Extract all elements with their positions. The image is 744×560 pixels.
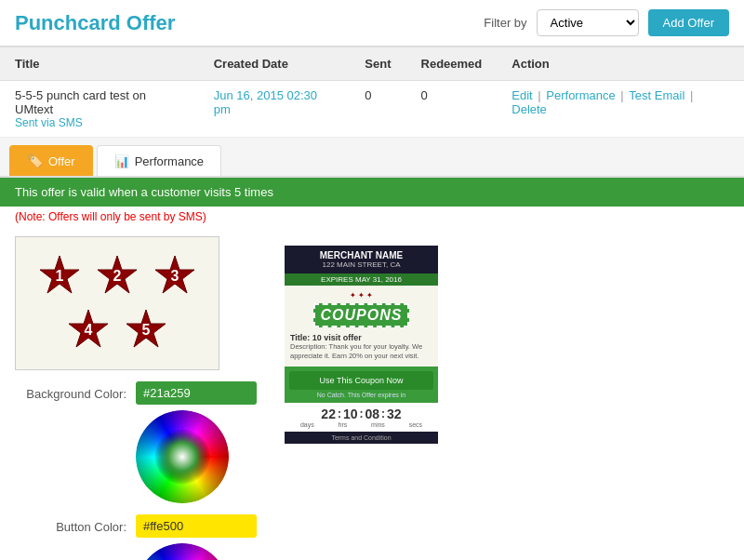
offer-date: Jun 16, 2015 02:30 pm — [214, 88, 317, 116]
stars-display: 1 2 3 — [15, 236, 219, 370]
star-1: 1 — [35, 252, 84, 300]
timer-hrs: 10 — [343, 407, 358, 421]
star-3: 3 — [151, 252, 199, 300]
page-header: Punchcard Offer Filter by Active Inactiv… — [0, 0, 744, 47]
timer-sep-1: : — [338, 407, 341, 420]
timer-secs: 32 — [387, 407, 402, 421]
test-email-link[interactable]: Test Email — [629, 88, 684, 102]
coupon-timer-area: 22 : 10 : 08 : 32 days hrs mins secs — [285, 403, 438, 432]
bg-color-row: Background Color: — [15, 381, 257, 503]
star-5: 5 — [122, 306, 170, 354]
action-sep-1: | — [538, 88, 544, 102]
svg-marker-0 — [40, 256, 79, 293]
bg-color-wheel[interactable] — [136, 410, 229, 503]
svg-marker-3 — [69, 310, 108, 347]
bg-color-label: Background Color: — [15, 381, 126, 401]
filter-select[interactable]: Active Inactive All — [537, 9, 639, 36]
header-controls: Filter by Active Inactive All Add Offer — [484, 9, 729, 36]
left-panel: 1 2 3 — [15, 236, 257, 560]
coupon-merchant-address: 122 MAIN STREET, CA — [292, 260, 431, 269]
filter-label: Filter by — [484, 16, 526, 30]
tab-offer[interactable]: 🏷️ Offer — [9, 145, 93, 176]
coupon-timer: 22 : 10 : 08 : 32 — [288, 407, 434, 421]
delete-link[interactable]: Delete — [512, 102, 547, 116]
btn-color-label: Button Color: — [15, 514, 126, 534]
tabs-container: 🏷️ Offer 📊 Performance — [0, 138, 744, 178]
svg-marker-2 — [155, 256, 194, 293]
timer-mins: 08 — [365, 407, 380, 421]
col-action: Action — [497, 47, 744, 81]
stars-row-1: 1 2 3 — [34, 252, 200, 300]
svg-marker-4 — [126, 310, 166, 347]
coupon-expires-label: EXPIRES MAY 31, 2016 — [321, 275, 402, 284]
coupon-no-catch: No Catch. This Offer expires in — [289, 392, 433, 398]
coupon-coupons-text: COUPONS — [313, 303, 410, 327]
bg-color-input[interactable] — [136, 381, 257, 405]
bg-color-controls — [136, 381, 257, 503]
offer-title: 5-5-5 punch card test on UMtext — [15, 88, 184, 116]
timer-sep-3: : — [381, 407, 385, 420]
offers-table-container: Title Created Date Sent Redeemed Action … — [0, 47, 744, 138]
coupon-description: Description: Thank you for your loyalty.… — [290, 342, 432, 361]
coupon-ornament: ✦ ✦ ✦ — [290, 291, 432, 300]
col-title: Title — [0, 47, 199, 81]
btn-color-input[interactable] — [136, 514, 257, 538]
sms-note: (Note: Offers will only be sent by SMS) — [0, 207, 744, 227]
btn-color-wheel[interactable] — [136, 543, 229, 560]
col-redeemed: Redeemed — [406, 47, 498, 81]
timer-labels: days hrs mins secs — [288, 421, 434, 428]
offer-tab-icon: 🏷️ — [27, 153, 43, 168]
coupon-merchant-name: MERCHANT NAME — [292, 250, 431, 260]
action-sep-3: | — [690, 88, 693, 102]
btn-color-controls — [136, 514, 257, 560]
performance-link[interactable]: Performance — [546, 88, 615, 102]
offer-title-cell: 5-5-5 punch card test on UMtext Sent via… — [0, 81, 199, 138]
offer-sent-cell: 0 — [350, 81, 405, 138]
coupon-white-area: ✦ ✦ ✦ COUPONS Title: 10 visit offer Desc… — [285, 286, 438, 367]
col-sent: Sent — [350, 47, 405, 81]
btn-color-row: Button Color: — [15, 514, 257, 560]
page-title: Punchcard Offer — [15, 11, 175, 35]
offer-action-cell: Edit | Performance | Test Email | Delete — [497, 81, 744, 138]
offer-date-cell: Jun 16, 2015 02:30 pm — [199, 81, 351, 138]
edit-link[interactable]: Edit — [512, 88, 532, 102]
star-2: 2 — [93, 252, 141, 300]
offer-redeemed-cell: 0 — [406, 81, 498, 138]
offer-sent: 0 — [365, 88, 371, 102]
timer-label-secs: secs — [409, 421, 422, 428]
tab-performance-label: Performance — [135, 154, 204, 168]
table-row: 5-5-5 punch card test on UMtext Sent via… — [0, 81, 744, 138]
coupon-header: MERCHANT NAME 122 MAIN STREET, CA — [285, 246, 438, 273]
offer-redeemed: 0 — [421, 88, 428, 102]
timer-sep-2: : — [360, 407, 364, 420]
coupon-preview: MERCHANT NAME 122 MAIN STREET, CA EXPIRE… — [285, 246, 438, 560]
stars-row-2: 4 5 — [34, 306, 200, 354]
tab-performance[interactable]: 📊 Performance — [97, 145, 221, 176]
action-sep-2: | — [620, 88, 627, 102]
timer-label-mins: mins — [371, 421, 385, 428]
timer-label-days: days — [300, 421, 314, 428]
coupon-btn-area: Use This Coupon Now No Catch. This Offer… — [285, 367, 438, 403]
timer-label-hrs: hrs — [339, 421, 348, 428]
coupon-footer: Terms and Condition — [285, 432, 438, 444]
stars-colors-section: 1 2 3 — [0, 227, 744, 560]
col-created-date: Created Date — [199, 47, 351, 81]
star-4: 4 — [64, 306, 113, 354]
svg-marker-1 — [98, 256, 137, 293]
offer-info-banner: This offer is valid when a customer visi… — [0, 178, 744, 207]
timer-days: 22 — [321, 407, 336, 421]
table-header-row: Title Created Date Sent Redeemed Action — [0, 47, 744, 81]
coupon-expires-bar: EXPIRES MAY 31, 2016 — [285, 273, 438, 286]
performance-tab-icon: 📊 — [114, 154, 129, 168]
offers-table: Title Created Date Sent Redeemed Action … — [0, 47, 744, 138]
coupon-offer-title: Title: 10 visit offer — [290, 333, 432, 342]
coupon-use-btn[interactable]: Use This Coupon Now — [289, 371, 433, 390]
tab-offer-label: Offer — [48, 154, 75, 168]
tabs: 🏷️ Offer 📊 Performance — [0, 145, 744, 176]
offer-subtitle: Sent via SMS — [15, 116, 184, 129]
add-offer-button[interactable]: Add Offer — [648, 9, 729, 36]
